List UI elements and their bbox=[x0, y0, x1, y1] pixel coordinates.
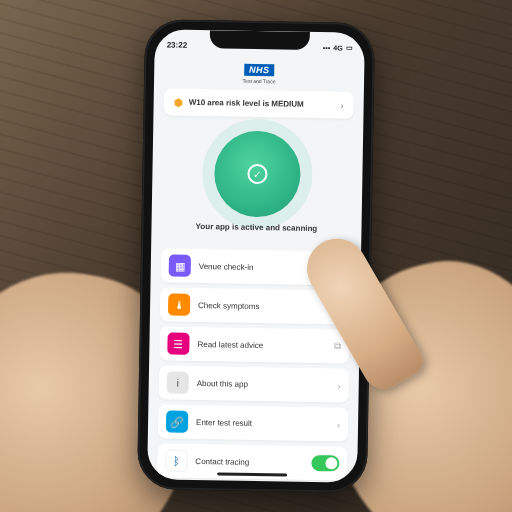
chevron-right-icon: › bbox=[337, 419, 341, 430]
menu-item-read-advice[interactable]: ☰ Read latest advice ⧉ bbox=[159, 326, 350, 363]
menu-label: Venue check-in bbox=[199, 262, 254, 272]
risk-level-text: W10 area risk level is MEDIUM bbox=[189, 98, 304, 109]
scan-status-circle: ✓ bbox=[214, 130, 301, 217]
location-pin-icon: ⬢ bbox=[174, 97, 183, 108]
menu-label: Check symptoms bbox=[198, 300, 260, 310]
signal-icon: ▪▪▪ bbox=[323, 44, 331, 51]
menu-label: Enter test result bbox=[196, 417, 252, 427]
menu-label: About this app bbox=[197, 378, 248, 388]
app-header: NHS Test and Trace bbox=[154, 55, 365, 92]
chevron-right-icon: › bbox=[337, 380, 341, 391]
status-time: 23:22 bbox=[167, 40, 188, 49]
scan-status-text: Your app is active and scanning bbox=[161, 221, 351, 233]
thermometer-icon: 🌡 bbox=[168, 293, 190, 315]
status-right: ▪▪▪ 4G ▭ bbox=[323, 43, 353, 52]
news-icon: ☰ bbox=[167, 332, 189, 354]
risk-level-card[interactable]: ⬢ W10 area risk level is MEDIUM › bbox=[163, 88, 353, 118]
external-link-icon: ⧉ bbox=[334, 340, 341, 352]
checkmark-icon: ✓ bbox=[247, 164, 267, 184]
menu-label: Read latest advice bbox=[197, 339, 263, 349]
contact-tracing-toggle[interactable] bbox=[311, 455, 339, 471]
network-label: 4G bbox=[333, 44, 342, 51]
menu-label: Contact tracing bbox=[195, 456, 249, 466]
scan-status-section: ✓ Your app is active and scanning bbox=[161, 115, 353, 241]
phone-notch bbox=[210, 30, 310, 50]
qr-icon: ▦ bbox=[169, 254, 191, 276]
battery-icon: ▭ bbox=[346, 44, 353, 52]
chevron-right-icon: › bbox=[341, 100, 344, 110]
header-subtitle: Test and Trace bbox=[154, 76, 364, 86]
menu-item-enter-result[interactable]: 🔗 Enter test result › bbox=[158, 404, 349, 441]
nhs-logo: NHS bbox=[244, 64, 275, 77]
menu-item-about[interactable]: i About this app › bbox=[158, 365, 349, 402]
info-icon: i bbox=[167, 371, 189, 393]
bluetooth-icon: ᛒ bbox=[165, 449, 187, 471]
link-icon: 🔗 bbox=[166, 410, 188, 432]
